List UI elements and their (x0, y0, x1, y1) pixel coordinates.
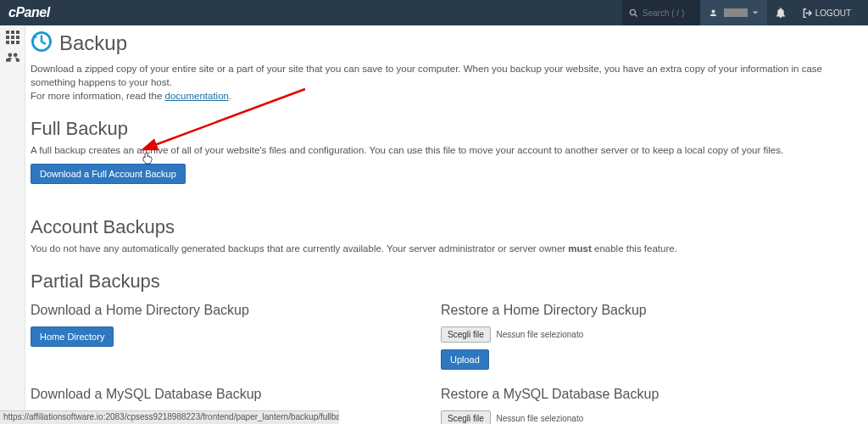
download-full-backup-button[interactable]: Download a Full Account Backup (31, 164, 186, 184)
choose-file-mysql-button[interactable]: Scegli file (441, 410, 491, 424)
home-directory-button[interactable]: Home Directory (31, 326, 114, 347)
choose-file-home-button[interactable]: Scegli file (441, 326, 491, 343)
logout-label: LOGOUT (815, 8, 851, 18)
restore-mysql-heading: Restore a MySQL Database Backup (441, 387, 826, 402)
top-navbar: cPanel LOGOUT (0, 0, 868, 25)
restore-home-dir-heading: Restore a Home Directory Backup (441, 303, 826, 318)
full-backup-desc: A full backup creates an archive of all … (31, 145, 851, 155)
download-mysql-heading: Download a MySQL Database Backup (31, 387, 415, 402)
caret-down-icon (752, 9, 759, 16)
upload-home-button[interactable]: Upload (441, 349, 489, 370)
page-intro: Download a zipped copy of your entire si… (31, 62, 851, 103)
partial-backups-heading: Partial Backups (31, 271, 851, 293)
logout-icon (803, 8, 812, 18)
user-menu[interactable] (700, 0, 767, 25)
search-input[interactable] (643, 8, 693, 18)
download-home-dir-heading: Download a Home Directory Backup (31, 303, 415, 318)
username-obscured (724, 8, 748, 17)
full-backup-heading: Full Backup (31, 118, 851, 140)
page-header: Backup (31, 31, 851, 55)
notifications-button[interactable] (767, 0, 794, 25)
file-none-mysql: Nessun file selezionato (496, 414, 583, 423)
cpanel-logo[interactable]: cPanel (8, 5, 50, 20)
file-none-home: Nessun file selezionato (496, 330, 583, 339)
bell-icon (776, 8, 786, 18)
account-backups-heading: Account Backups (31, 216, 851, 238)
search-area[interactable] (622, 0, 700, 25)
account-backups-desc: You do not have any automatically genera… (31, 243, 851, 254)
grid-icon[interactable] (6, 31, 19, 44)
documentation-link[interactable]: documentation (165, 91, 229, 101)
logout-button[interactable]: LOGOUT (794, 0, 860, 25)
search-icon (629, 8, 638, 18)
browser-statusbar: https://affiliationsoftware.io:2083/cpse… (0, 410, 339, 424)
main-content: Backup Download a zipped copy of your en… (25, 25, 868, 424)
page-title: Backup (59, 31, 127, 55)
users-icon[interactable] (6, 51, 19, 64)
user-icon (709, 8, 718, 18)
left-sidebar (0, 25, 25, 424)
backup-icon (31, 31, 53, 53)
